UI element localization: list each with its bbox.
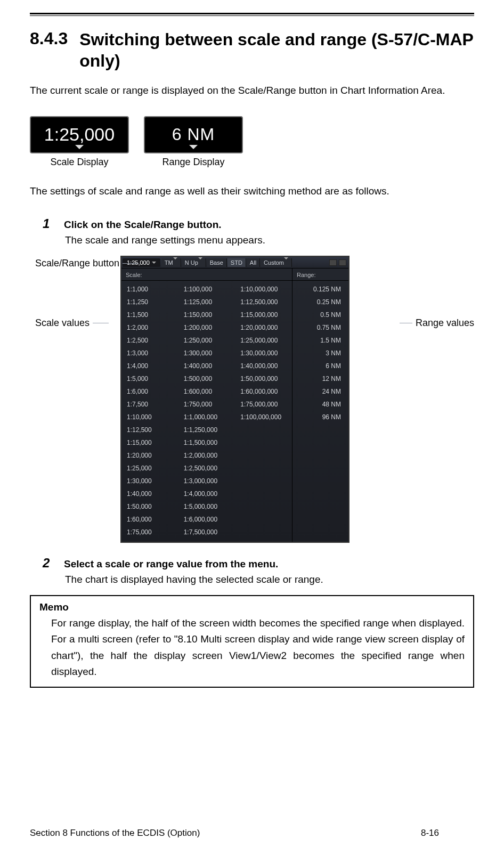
all-button[interactable]: All [247, 258, 260, 267]
scale-option[interactable]: 1:100,000 [178, 283, 235, 296]
range-option[interactable]: 0.75 NM [292, 321, 348, 334]
scale-display-caption: Scale Display [50, 157, 108, 168]
scale-option[interactable]: 1:40,000 [121, 487, 178, 500]
step-1: 1 Click on the Scale/Range button. The s… [43, 216, 474, 246]
scale-option[interactable]: 1:6,000 [121, 385, 178, 398]
chevron-down-icon [75, 145, 84, 149]
scale-option[interactable]: 1:500,000 [178, 372, 235, 385]
steps: 1 Click on the Scale/Range button. The s… [30, 216, 474, 585]
range-option[interactable]: 0.125 NM [292, 283, 348, 296]
scale-option[interactable]: 1:5,000,000 [178, 500, 235, 513]
base-button[interactable]: Base [207, 258, 227, 267]
callout-line [93, 323, 109, 323]
chevron-down-icon [152, 262, 156, 264]
scale-option[interactable]: 1:200,000 [178, 321, 235, 334]
scale-option[interactable]: 1:7,500,000 [178, 526, 235, 539]
range-option[interactable]: 48 NM [292, 398, 348, 411]
scale-option[interactable]: 1:750,000 [178, 398, 235, 411]
scale-option[interactable]: 1:60,000,000 [235, 385, 292, 398]
scale-option[interactable]: 1:150,000 [178, 308, 235, 321]
callout-scale-values: Scale values [35, 317, 109, 329]
scale-option[interactable]: 1:40,000,000 [235, 360, 292, 372]
menu-body: Scale: 1:1,0001:1,2501:1,5001:2,0001:2,5… [121, 268, 348, 542]
std-button[interactable]: STD [227, 258, 246, 267]
footer-section: Section 8 Functions of the ECDIS (Option… [30, 828, 421, 838]
lead2-text: The settings of scale and range as well … [30, 184, 474, 199]
scale-option[interactable]: 1:75,000,000 [235, 398, 292, 411]
range-option[interactable]: 0.25 NM [292, 296, 348, 308]
scale-option[interactable]: 1:125,000 [178, 296, 235, 308]
chevron-down-icon [284, 257, 288, 266]
menu-screenshot: Scale/Range button Scale values Range va… [30, 256, 474, 543]
scale-option[interactable]: 1:5,000 [121, 372, 178, 385]
scale-option[interactable]: 1:600,000 [178, 385, 235, 398]
scale-display-col: 1:25,000 Scale Display [30, 116, 129, 168]
scale-option[interactable]: 1:1,000 [121, 283, 178, 296]
scale-display-button[interactable]: 1:25,000 [30, 116, 129, 153]
memo-body: For range display, the half of the scree… [39, 615, 465, 680]
callout-line [123, 263, 139, 264]
range-option[interactable]: 1.5 NM [292, 334, 348, 347]
range-option[interactable]: 0.5 NM [292, 308, 348, 321]
custom-select[interactable]: Custom [261, 258, 292, 267]
scale-option[interactable]: 1:50,000,000 [235, 372, 292, 385]
scale-option[interactable]: 1:25,000,000 [235, 334, 292, 347]
range-option[interactable]: 6 NM [292, 360, 348, 372]
toolbar-icon-2[interactable] [339, 259, 346, 266]
scale-option[interactable]: 1:3,000 [121, 347, 178, 360]
nup-select[interactable]: N Up [182, 258, 206, 267]
range-panel: Range: 0.125 NM0.25 NM0.5 NM0.75 NM1.5 N… [292, 268, 348, 542]
range-option[interactable]: 3 NM [292, 347, 348, 360]
scale-option[interactable]: 1:25,000 [121, 462, 178, 475]
step-2: 2 Select a scale or range value from the… [43, 556, 474, 585]
scale-option[interactable]: 1:100,000,000 [235, 411, 292, 424]
range-display-button[interactable]: 6 NM [144, 116, 243, 153]
rule-thick [30, 13, 474, 14]
scale-display-value: 1:25,000 [44, 124, 115, 145]
scale-option[interactable]: 1:1,500 [121, 308, 178, 321]
range-option[interactable]: 12 NM [292, 372, 348, 385]
scale-option[interactable]: 1:4,000 [121, 360, 178, 372]
scale-option[interactable]: 1:2,500 [121, 334, 178, 347]
scale-option[interactable]: 1:30,000,000 [235, 347, 292, 360]
scale-option[interactable]: 1:60,000 [121, 513, 178, 526]
scale-option[interactable]: 1:1,250 [121, 296, 178, 308]
scale-option[interactable]: 1:7,500 [121, 398, 178, 411]
scale-option[interactable]: 1:250,000 [178, 334, 235, 347]
scale-option[interactable]: 1:1,000,000 [178, 411, 235, 424]
scale-option[interactable]: 1:15,000 [121, 436, 178, 449]
scale-option[interactable]: 1:2,000 [121, 321, 178, 334]
scale-option[interactable]: 1:10,000,000 [235, 283, 292, 296]
scale-option[interactable]: 1:20,000 [121, 449, 178, 462]
scale-option[interactable]: 1:12,500,000 [235, 296, 292, 308]
tm-select[interactable]: TM [161, 258, 181, 267]
range-display-caption: Range Display [162, 157, 224, 168]
scale-option[interactable]: 1:20,000,000 [235, 321, 292, 334]
scale-option[interactable]: 1:15,000,000 [235, 308, 292, 321]
scale-option[interactable]: 1:75,000 [121, 526, 178, 539]
scale-option[interactable]: 1:2,500,000 [178, 462, 235, 475]
scale-option[interactable]: 1:12,500 [121, 424, 178, 436]
scale-option[interactable]: 1:3,000,000 [178, 475, 235, 487]
scale-option[interactable]: 1:400,000 [178, 360, 235, 372]
scale-option[interactable]: 1:10,000 [121, 411, 178, 424]
rule-thin [30, 15, 474, 16]
range-option[interactable]: 24 NM [292, 385, 348, 398]
section-heading: 8.4.3 Switching between scale and range … [30, 29, 474, 71]
scale-option[interactable]: 1:1,250,000 [178, 424, 235, 436]
callout-range-values: Range values [400, 317, 474, 329]
scale-option[interactable]: 1:50,000 [121, 500, 178, 513]
scale-option[interactable]: 1:30,000 [121, 475, 178, 487]
intro-text: The current scale or range is displayed … [30, 83, 474, 98]
scale-option[interactable]: 1:2,000,000 [178, 449, 235, 462]
scale-option[interactable]: 1:1,500,000 [178, 436, 235, 449]
scale-option[interactable]: 1:6,000,000 [178, 513, 235, 526]
scale-option[interactable]: 1:300,000 [178, 347, 235, 360]
footer-page-number: 8-16 [421, 828, 474, 838]
step1-title: Click on the Scale/Range button. [64, 219, 222, 231]
toolbar-icon-1[interactable] [329, 259, 337, 266]
scale-option[interactable]: 1:4,000,000 [178, 487, 235, 500]
heading-number: 8.4.3 [30, 29, 68, 48]
heading-title: Switching between scale and range (S-57/… [79, 29, 474, 71]
range-option[interactable]: 96 NM [292, 411, 348, 424]
